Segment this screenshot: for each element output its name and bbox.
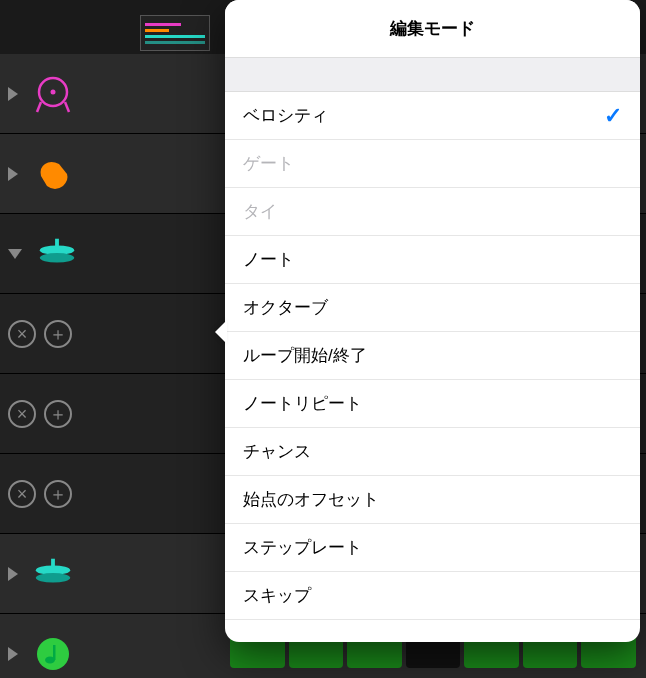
note-icon — [32, 633, 74, 675]
option-label: スキップ — [243, 584, 311, 607]
kick-drum-icon — [32, 73, 74, 115]
option-label: ステップレート — [243, 536, 362, 559]
svg-line-3 — [65, 102, 69, 112]
option-label: ベロシティ — [243, 104, 328, 127]
svg-rect-9 — [51, 558, 55, 566]
svg-rect-6 — [55, 238, 59, 246]
play-icon[interactable] — [8, 647, 18, 661]
edit-mode-option[interactable]: チャンス — [225, 428, 640, 476]
edit-mode-option: ゲート — [225, 140, 640, 188]
popover-title: 編集モード — [225, 0, 640, 58]
edit-mode-option[interactable]: スキップ — [225, 572, 640, 620]
edit-mode-option[interactable]: ループ開始/終了 — [225, 332, 640, 380]
play-icon[interactable] — [8, 167, 18, 181]
option-label: タイ — [243, 200, 277, 223]
edit-mode-option[interactable]: ベロシティ✓ — [225, 92, 640, 140]
remove-button[interactable]: × — [8, 320, 36, 348]
edit-mode-option: タイ — [225, 188, 640, 236]
svg-point-1 — [51, 89, 56, 94]
checkmark-icon: ✓ — [604, 103, 622, 129]
svg-line-2 — [37, 102, 41, 112]
option-label: 始点のオフセット — [243, 488, 379, 511]
pattern-overview[interactable] — [140, 15, 210, 51]
svg-rect-12 — [53, 645, 56, 660]
edit-mode-option[interactable]: ノート — [225, 236, 640, 284]
option-label: ループ開始/終了 — [243, 344, 367, 367]
option-label: チャンス — [243, 440, 311, 463]
remove-button[interactable]: × — [8, 400, 36, 428]
edit-mode-option[interactable]: ノートリピート — [225, 380, 640, 428]
option-label: ノートリピート — [243, 392, 362, 415]
edit-mode-menu: ベロシティ✓ゲートタイノートオクターブループ開始/終了ノートリピートチャンス始点… — [225, 92, 640, 620]
clap-icon — [32, 153, 74, 195]
edit-mode-option[interactable]: オクターブ — [225, 284, 640, 332]
popover-section-gap — [225, 58, 640, 92]
edit-mode-option[interactable]: 始点のオフセット — [225, 476, 640, 524]
remove-button[interactable]: × — [8, 480, 36, 508]
add-button[interactable]: ＋ — [44, 320, 72, 348]
svg-point-5 — [40, 253, 74, 263]
hihat-icon — [36, 233, 78, 275]
add-button[interactable]: ＋ — [44, 400, 72, 428]
play-icon[interactable] — [8, 567, 18, 581]
add-button[interactable]: ＋ — [44, 480, 72, 508]
hihat-icon — [32, 553, 74, 595]
edit-mode-popover: 編集モード ベロシティ✓ゲートタイノートオクターブループ開始/終了ノートリピート… — [225, 0, 640, 642]
disclosure-down-icon[interactable] — [8, 249, 22, 259]
option-label: オクターブ — [243, 296, 328, 319]
svg-point-8 — [36, 573, 70, 583]
edit-mode-option[interactable]: ステップレート — [225, 524, 640, 572]
play-icon[interactable] — [8, 87, 18, 101]
option-label: ノート — [243, 248, 294, 271]
option-label: ゲート — [243, 152, 294, 175]
